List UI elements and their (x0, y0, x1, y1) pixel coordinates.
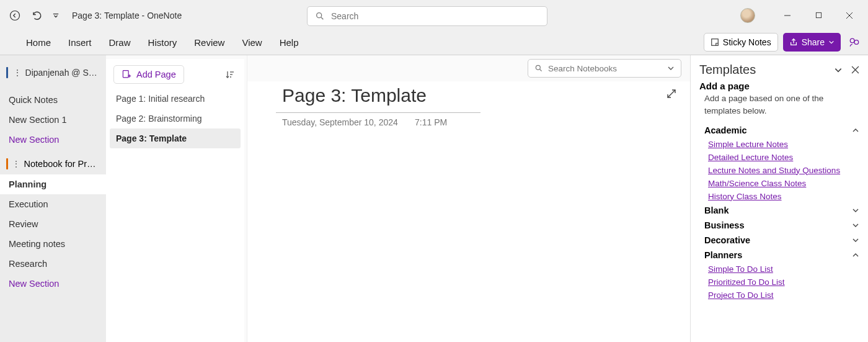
share-icon (789, 38, 798, 47)
sidebar: ⋮ Dipanjenah @ Spiral... Quick NotesNew … (0, 55, 106, 342)
add-page-icon (122, 70, 131, 79)
canvas-top-bar (247, 55, 690, 81)
template-link[interactable]: History Class Notes (699, 190, 859, 203)
template-link[interactable]: Project To Do List (699, 289, 859, 302)
search-notebooks-box[interactable] (528, 59, 681, 78)
account-label: Dipanjenah @ Spiral... (25, 68, 100, 78)
canvas[interactable]: Page 3: Template Tuesday, September 10, … (247, 55, 690, 342)
close-button[interactable] (836, 6, 863, 25)
menu-item-insert[interactable]: Insert (60, 34, 100, 52)
template-category[interactable]: Business (699, 218, 859, 233)
svg-line-3 (321, 17, 323, 19)
window-title: Page 3: Template - OneNote (72, 11, 182, 20)
section-item[interactable]: Planning (0, 174, 106, 194)
sidebar-item[interactable]: Quick Notes (0, 90, 106, 110)
share-button[interactable]: Share (783, 33, 841, 52)
section-item[interactable]: New Section (0, 274, 106, 294)
titlebar: Page 3: Template - OneNote (0, 0, 868, 30)
template-category-label: Blank (704, 205, 729, 215)
menu-item-history[interactable]: History (140, 34, 186, 52)
minimize-button[interactable] (774, 6, 801, 25)
chevron-down-icon (852, 207, 859, 214)
drag-dots-icon: ⋮ (13, 68, 22, 78)
account-selector[interactable]: ⋮ Dipanjenah @ Spiral... (2, 60, 104, 85)
chevron-down-icon[interactable] (834, 66, 843, 74)
menu-item-review[interactable]: Review (185, 34, 233, 52)
user-avatar[interactable] (740, 8, 755, 23)
template-category-label: Planners (704, 250, 742, 260)
search-box[interactable] (307, 6, 547, 26)
template-link[interactable]: Lecture Notes and Study Questions (699, 164, 859, 177)
svg-rect-5 (816, 12, 821, 17)
quick-access-dropdown[interactable] (50, 6, 62, 25)
search-input[interactable] (331, 11, 539, 21)
svg-rect-11 (123, 71, 128, 78)
chevron-up-icon (852, 251, 859, 259)
page-item[interactable]: Page 3: Template (110, 128, 241, 148)
sort-icon (225, 70, 235, 79)
svg-point-9 (850, 38, 854, 43)
templates-pane: Templates Add a page Add a page based on… (690, 55, 868, 342)
add-page-button[interactable]: Add Page (113, 65, 184, 84)
page-time: 7:11 PM (415, 117, 447, 127)
menu-item-home[interactable]: Home (17, 34, 60, 52)
sidebar-item[interactable]: New Section 1 (0, 110, 106, 130)
svg-point-0 (11, 11, 20, 20)
page-date: Tuesday, September 10, 2024 (282, 117, 398, 127)
section-item[interactable]: Review (0, 214, 106, 234)
template-link[interactable]: Math/Science Class Notes (699, 177, 859, 190)
template-link[interactable]: Detailed Lecture Notes (699, 151, 859, 164)
sort-button[interactable] (223, 68, 237, 81)
notebook-project[interactable]: ⋮ Notebook for Project A (0, 153, 106, 174)
templates-heading: Add a page (699, 81, 859, 91)
title-underline (276, 112, 480, 113)
template-category[interactable]: Blank (699, 203, 859, 218)
page-item[interactable]: Page 1: Initial research (106, 89, 244, 109)
close-icon[interactable] (851, 66, 859, 74)
menu-item-view[interactable]: View (233, 34, 270, 52)
templates-description: Add a page based on one of the templates… (704, 92, 859, 118)
maximize-button[interactable] (805, 6, 832, 25)
main: ⋮ Dipanjenah @ Spiral... Quick NotesNew … (0, 55, 868, 342)
copilot-button[interactable] (846, 34, 863, 51)
menu-item-help[interactable]: Help (271, 34, 308, 52)
note-icon (711, 38, 719, 47)
template-link[interactable]: Simple Lecture Notes (699, 138, 859, 151)
template-category-label: Decorative (704, 235, 750, 245)
template-link[interactable]: Simple To Do List (699, 263, 859, 276)
section-item[interactable]: Research (0, 254, 106, 274)
template-category[interactable]: Planners (699, 248, 859, 263)
template-category-label: Business (704, 220, 744, 230)
template-category[interactable]: Academic (699, 123, 859, 138)
search-notebooks-input[interactable] (548, 64, 662, 73)
page-item[interactable]: Page 2: Brainstorming (106, 109, 244, 128)
notebook-label: Notebook for Project A (24, 159, 100, 169)
sticky-notes-button[interactable]: Sticky Notes (704, 33, 778, 52)
chevron-down-icon (828, 39, 835, 45)
section-item[interactable]: Execution (0, 194, 106, 214)
menubar: HomeInsertDrawHistoryReviewViewHelp Stic… (0, 30, 868, 55)
sticky-notes-label: Sticky Notes (723, 37, 771, 47)
undo-button[interactable] (27, 6, 47, 25)
svg-rect-8 (712, 39, 719, 46)
pages-column: Add Page Page 1: Initial researchPage 2:… (106, 55, 247, 342)
section-item[interactable]: Meeting notes (0, 234, 106, 254)
titlebar-right (740, 0, 863, 30)
sidebar-item[interactable]: New Section (0, 130, 106, 150)
template-link[interactable]: Prioritized To Do List (699, 276, 859, 289)
chevron-down-icon[interactable] (667, 65, 675, 72)
titlebar-left: Page 3: Template - OneNote (5, 6, 182, 25)
template-category[interactable]: Decorative (699, 233, 859, 248)
chevron-down-icon (852, 236, 859, 244)
svg-point-17 (536, 65, 540, 70)
drag-dots-icon: ⋮ (12, 159, 20, 169)
expand-canvas-button[interactable] (666, 89, 676, 99)
page-title[interactable]: Page 3: Template (282, 85, 427, 106)
template-category-label: Academic (704, 125, 747, 135)
share-label: Share (802, 37, 825, 47)
back-button[interactable] (5, 6, 25, 25)
svg-point-10 (854, 40, 859, 45)
chevron-down-icon (852, 222, 859, 229)
svg-point-2 (317, 13, 322, 18)
menu-item-draw[interactable]: Draw (100, 34, 140, 52)
